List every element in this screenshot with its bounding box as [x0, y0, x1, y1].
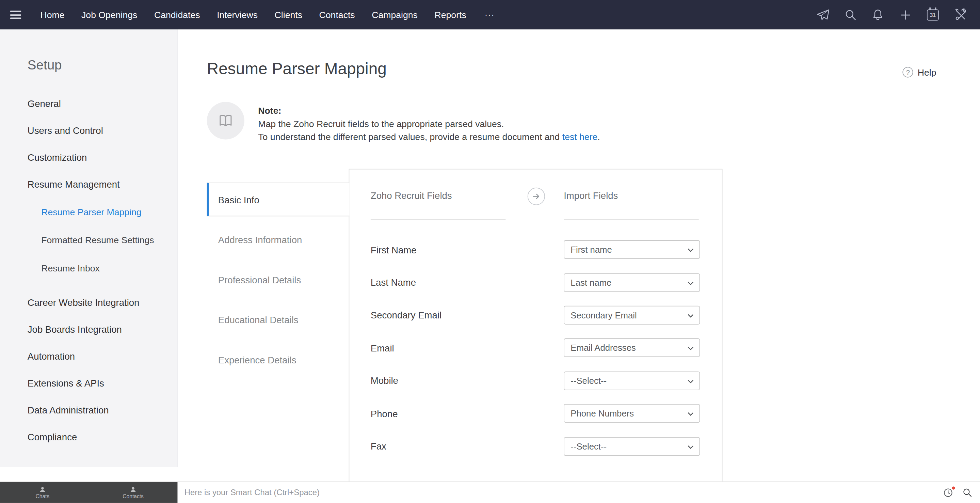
- smart-chat-input-area: [177, 482, 935, 503]
- chat-bar-left: Chats Contacts: [0, 482, 177, 503]
- topnav-actions: 31: [813, 5, 980, 24]
- import-field-select[interactable]: Phone Numbers: [564, 404, 700, 423]
- sidebar-item-resume-management[interactable]: Resume Management: [27, 170, 177, 197]
- mapping-rows: First Name First name Last Name Last nam…: [371, 233, 720, 462]
- tab-basic-info[interactable]: Basic Info: [207, 183, 350, 216]
- help-question-icon: ?: [903, 67, 913, 77]
- import-field-select[interactable]: First name: [564, 240, 700, 259]
- tab-professional-details[interactable]: Professional Details: [207, 259, 350, 300]
- mapping-row: First Name First name: [371, 233, 720, 266]
- person-icon: [39, 485, 46, 493]
- sidebar-item-users-and-control[interactable]: Users and Control: [27, 117, 177, 144]
- map-arrow-icon: [528, 188, 545, 205]
- chat-search-icon[interactable]: [962, 487, 972, 498]
- sidebar-item-resume-inbox[interactable]: Resume Inbox: [27, 254, 177, 282]
- import-fields-header: Import Fields: [564, 190, 618, 201]
- tab-address-information[interactable]: Address Information: [207, 219, 350, 259]
- note-line-1: Map the Zoho Recruit fields to the appro…: [258, 118, 600, 131]
- primary-nav: Home Job Openings Candidates Interviews …: [32, 10, 505, 19]
- chevron-down-icon: [687, 314, 694, 318]
- nav-home[interactable]: Home: [32, 10, 73, 19]
- zoho-field-label: Secondary Email: [371, 310, 564, 320]
- sidebar-item-general[interactable]: General: [27, 90, 177, 117]
- note-line-2: To understand the different parsed value…: [258, 131, 600, 144]
- page-title: Resume Parser Mapping: [207, 59, 387, 79]
- tab-experience-details[interactable]: Experience Details: [207, 339, 350, 380]
- import-field-select[interactable]: Last name: [564, 273, 700, 292]
- mapping-row: Last Name Last name: [371, 266, 720, 299]
- test-here-link[interactable]: test here: [562, 132, 598, 142]
- chevron-down-icon: [687, 281, 694, 285]
- mapping-row: Mobile --Select--: [371, 365, 720, 397]
- nav-clients[interactable]: Clients: [266, 10, 311, 19]
- calendar-icon[interactable]: 31: [923, 5, 943, 24]
- help-label: Help: [918, 67, 936, 77]
- chat-contacts-button[interactable]: Contacts: [111, 482, 155, 503]
- sidebar-item-customization[interactable]: Customization: [27, 144, 177, 170]
- note-book-icon: [207, 102, 244, 139]
- zoho-field-label: Last Name: [371, 277, 564, 288]
- sidebar-item-automation[interactable]: Automation: [27, 342, 177, 369]
- help-link[interactable]: ? Help: [903, 67, 936, 77]
- sidebar-item-data-administration[interactable]: Data Administration: [27, 396, 177, 423]
- notification-dot: [951, 485, 956, 490]
- sidebar-item-formatted-resume-settings[interactable]: Formatted Resume Settings: [27, 226, 177, 254]
- nav-reports[interactable]: Reports: [426, 10, 475, 19]
- chevron-down-icon: [687, 347, 694, 350]
- setup-tools-icon[interactable]: [950, 5, 971, 24]
- import-field-select[interactable]: --Select--: [564, 371, 700, 390]
- zoho-field-label: Mobile: [371, 375, 564, 386]
- zoho-field-label: First Name: [371, 244, 564, 255]
- chats-button[interactable]: Chats: [21, 482, 65, 503]
- sidebar-item-extensions-apis[interactable]: Extensions & APIs: [27, 369, 177, 396]
- send-icon[interactable]: [813, 5, 833, 24]
- zoho-field-label: Email: [371, 342, 564, 353]
- right-header-underline: [564, 219, 699, 220]
- calendar-day-label: 31: [928, 10, 938, 19]
- zoho-field-label: Fax: [371, 441, 564, 452]
- sidebar-item-job-boards-integration[interactable]: Job Boards Integration: [27, 316, 177, 342]
- chevron-down-icon: [687, 248, 694, 252]
- nav-contacts[interactable]: Contacts: [311, 10, 364, 19]
- chevron-down-icon: [687, 445, 694, 449]
- tab-educational-details[interactable]: Educational Details: [207, 299, 350, 339]
- mapping-tabs: Basic Info Address Information Professio…: [207, 183, 350, 379]
- chevron-down-icon: [687, 412, 694, 416]
- nav-campaigns[interactable]: Campaigns: [363, 10, 426, 19]
- quick-add-plus-icon[interactable]: [895, 5, 916, 24]
- mapping-row: Fax --Select--: [371, 430, 720, 462]
- sidebar-item-compliance[interactable]: Compliance: [27, 423, 177, 450]
- sidebar-item-career-website-integration[interactable]: Career Website Integration: [27, 289, 177, 316]
- import-field-select[interactable]: Email Addresses: [564, 339, 700, 357]
- smart-chat-input[interactable]: [177, 482, 935, 503]
- mapping-row: Secondary Email Secondary Email: [371, 299, 720, 331]
- main-content: Resume Parser Mapping ? Help Note: Map t…: [178, 29, 980, 482]
- setup-sidebar: Setup General Users and Control Customiz…: [0, 29, 177, 467]
- notifications-bell-icon[interactable]: [868, 5, 888, 24]
- sidebar-title: Setup: [27, 57, 177, 73]
- zoho-recruit-fields-header: Zoho Recruit Fields: [371, 190, 452, 201]
- mapping-row: Email Email Addresses: [371, 331, 720, 364]
- note-heading: Note:: [258, 105, 600, 118]
- sidebar-item-resume-parser-mapping[interactable]: Resume Parser Mapping: [27, 197, 177, 226]
- left-header-underline: [371, 219, 506, 220]
- note-text: Note: Map the Zoho Recruit fields to the…: [258, 105, 600, 144]
- person-icon: [129, 485, 137, 493]
- import-field-select[interactable]: --Select--: [564, 437, 700, 456]
- mapping-panel: Zoho Recruit Fields Import Fields First …: [349, 169, 723, 482]
- top-navbar: Home Job Openings Candidates Interviews …: [0, 0, 980, 29]
- mapping-row: Phone Phone Numbers: [371, 397, 720, 430]
- nav-candidates[interactable]: Candidates: [146, 10, 208, 19]
- search-icon[interactable]: [840, 5, 861, 24]
- more-menu-icon[interactable]: ···: [475, 10, 505, 19]
- nav-interviews[interactable]: Interviews: [208, 10, 266, 19]
- import-field-select[interactable]: Secondary Email: [564, 306, 700, 325]
- nav-job-openings[interactable]: Job Openings: [73, 10, 146, 19]
- chevron-down-icon: [687, 379, 694, 383]
- chat-bar-actions: [935, 482, 980, 503]
- zoho-field-label: Phone: [371, 408, 564, 419]
- hamburger-menu-icon[interactable]: [10, 11, 21, 19]
- smart-chat-bar: Chats Contacts: [0, 482, 980, 503]
- chat-history-icon[interactable]: [943, 487, 954, 498]
- zoho-recruit-app: Home Job Openings Candidates Interviews …: [0, 0, 980, 503]
